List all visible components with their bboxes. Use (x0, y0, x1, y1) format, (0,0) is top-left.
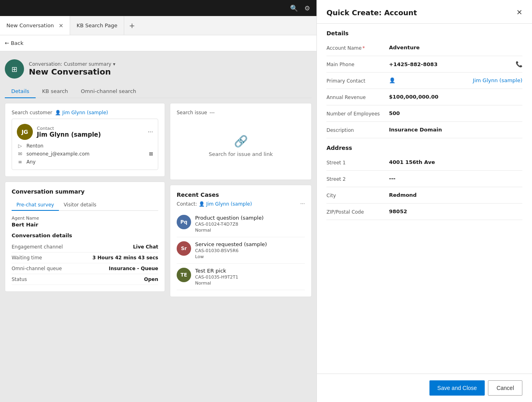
customer-link[interactable]: 👤 Jim Glynn (sample) (55, 110, 108, 115)
left-panel: 🔍 ⚙ New Conversation ✕ KB Search Page + … (0, 0, 316, 402)
summary-detail-row: Omni-channel queueInsurance - Queue (12, 263, 158, 274)
conversation-summary-card: Conversation summary Pre-chat survey Vis… (5, 182, 165, 292)
quick-create-footer: Save and Close Cancel (317, 374, 532, 402)
field-label: Street 2 (326, 176, 383, 182)
summary-detail-row: Engagement channelLive Chat (12, 242, 158, 253)
qc-field-row: Account Name*Adventure (326, 40, 522, 56)
field-label: Street 1 (326, 159, 383, 166)
conversation-details-title: Conversation details (12, 232, 158, 238)
qc-field-row: Street 14001 156th Ave (326, 154, 522, 171)
summary-detail-value: Insurance - Queue (109, 266, 158, 271)
contact-any-row: ≡ Any (17, 159, 153, 165)
nav-bar: ← Back (0, 35, 316, 51)
page-icon-symbol: ⊞ (11, 65, 17, 73)
cases-list: Pq Product question (sample) CAS-01024-T… (177, 211, 305, 290)
field-label: Primary Contact (326, 77, 383, 84)
tab-new-conversation-close[interactable]: ✕ (58, 22, 63, 29)
qc-field-row: Primary Contact👤 Jim Glynn (sample) (326, 73, 522, 89)
summary-tab-pre-chat[interactable]: Pre-chat survey (12, 200, 59, 211)
field-value: Insurance Domain (389, 127, 522, 133)
link-icon: 🔗 (234, 135, 248, 148)
save-and-close-button[interactable]: Save and Close (429, 380, 485, 396)
tab-new-conversation[interactable]: New Conversation ✕ (0, 16, 70, 35)
qc-field-row: Number of Employees500 (326, 105, 522, 122)
contact-link-icon: 👤 (55, 110, 61, 115)
avatar: JG (17, 124, 33, 140)
chevron-down-icon: ▾ (113, 61, 115, 67)
contact-ref-icon: 👤 (199, 201, 205, 207)
field-label: Account Name* (326, 44, 383, 51)
field-value: 98052 (389, 208, 522, 214)
tab-omni-channel-search[interactable]: Omni-channel search (75, 85, 143, 98)
qc-field-row: Street 2--- (326, 171, 522, 187)
agent-name-value: Bert Hair (12, 222, 158, 228)
left-column: Search customer 👤 Jim Glynn (sample) JG (5, 103, 165, 397)
content-area: ⊞ Conversation: Customer summary ▾ New C… (0, 51, 316, 402)
list-item[interactable]: Sr Service requested (sample) CAS-01030-… (177, 237, 305, 264)
summary-detail-row: Waiting time3 Hours 42 mins 43 secs (12, 253, 158, 263)
quick-create-title: Quick Create: Account (326, 8, 417, 17)
quick-create-close-button[interactable]: ✕ (516, 8, 522, 17)
tab-add-button[interactable]: + (124, 16, 140, 35)
phone-icon: 📞 (516, 61, 522, 67)
field-value[interactable]: 👤 Jim Glynn (sample) (389, 77, 522, 83)
cancel-button[interactable]: Cancel (488, 380, 522, 396)
qc-field-row: CityRedmond (326, 187, 522, 204)
cases-contact-link[interactable]: Jim Glynn (sample) (206, 201, 252, 207)
summary-detail-label: Status (12, 277, 27, 282)
summary-detail-label: Waiting time (12, 255, 42, 261)
summary-detail-value: 3 Hours 42 mins 43 secs (93, 255, 158, 261)
page-header: ⊞ Conversation: Customer summary ▾ New C… (5, 56, 312, 85)
contact-name: Jim Glynn (sample) (37, 131, 101, 138)
qc-field-row: DescriptionInsurance Domain (326, 122, 522, 138)
contact-link-icon: 👤 (389, 77, 395, 83)
tab-kb-search-label: KB Search Page (77, 22, 117, 28)
qc-field-row: Main Phone+1425-882-8083📞 (326, 56, 522, 73)
case-info: Test ER pick CAS-01035-H9T2T1 Normal (195, 268, 238, 286)
list-item[interactable]: TE Test ER pick CAS-01035-H9T2T1 Normal (177, 264, 305, 290)
search-customer-label: Search customer 👤 Jim Glynn (sample) (12, 110, 158, 115)
field-label: Main Phone (326, 61, 383, 67)
email-icon: ✉ (17, 151, 23, 157)
back-arrow-icon: ← (5, 40, 9, 46)
list-item[interactable]: Pq Product question (sample) CAS-01024-T… (177, 211, 305, 237)
field-value: Adventure (389, 44, 522, 51)
case-info: Product question (sample) CAS-01024-T4D7… (195, 215, 264, 233)
field-label: ZIP/Postal Code (326, 208, 383, 215)
page-subtitle[interactable]: Conversation: Customer summary ▾ (29, 61, 115, 67)
tab-kb-search[interactable]: KB Search Page (70, 16, 124, 35)
contact-type: Contact (37, 126, 101, 131)
details-section-title: Details (326, 24, 522, 40)
search-icon[interactable]: 🔍 (290, 4, 298, 12)
tab-bar: New Conversation ✕ KB Search Page + (0, 16, 316, 35)
settings-icon[interactable]: ⚙ (304, 4, 310, 12)
summary-title: Conversation summary (12, 188, 158, 195)
summary-tab-visitor[interactable]: Visitor details (59, 200, 101, 211)
page-icon: ⊞ (5, 59, 24, 79)
contact-details: ▷ Renton ✉ someone_j@example.com ⊠ ≡ Any (17, 143, 153, 165)
tab-kb-search-content[interactable]: KB search (36, 85, 75, 98)
email-extra-icon: ⊠ (149, 151, 153, 157)
case-number: CAS-01030-B5V5R6 (195, 248, 267, 253)
field-label: Number of Employees (326, 110, 383, 117)
summary-detail-label: Omni-channel queue (12, 266, 62, 271)
back-button[interactable]: ← Back (5, 40, 23, 46)
case-title: Product question (sample) (195, 215, 264, 221)
recent-cases-card: Recent Cases Contact: 👤 Jim Glynn (sampl… (170, 185, 312, 297)
case-priority: Normal (195, 228, 264, 233)
contact-ref: Contact: 👤 Jim Glynn (sample) ··· (177, 201, 305, 207)
contact-email-row: ✉ someone_j@example.com ⊠ (17, 151, 153, 157)
field-value: Redmond (389, 192, 522, 198)
summary-detail-label: Engagement channel (12, 244, 63, 250)
cases-more-icon[interactable]: ··· (300, 201, 305, 207)
summary-detail-value: Open (144, 277, 158, 282)
agent-name-label: Agent Name (12, 216, 158, 221)
field-value: +1425-882-8083📞 (389, 61, 522, 67)
address-section-title: Address (326, 138, 522, 154)
tab-details[interactable]: Details (5, 85, 36, 98)
tab-new-conversation-label: New Conversation (6, 22, 54, 28)
field-label: Description (326, 127, 383, 133)
required-indicator: * (363, 45, 365, 51)
more-options-icon[interactable]: ··· (148, 129, 153, 135)
two-column-layout: Search customer 👤 Jim Glynn (sample) JG (5, 103, 312, 397)
